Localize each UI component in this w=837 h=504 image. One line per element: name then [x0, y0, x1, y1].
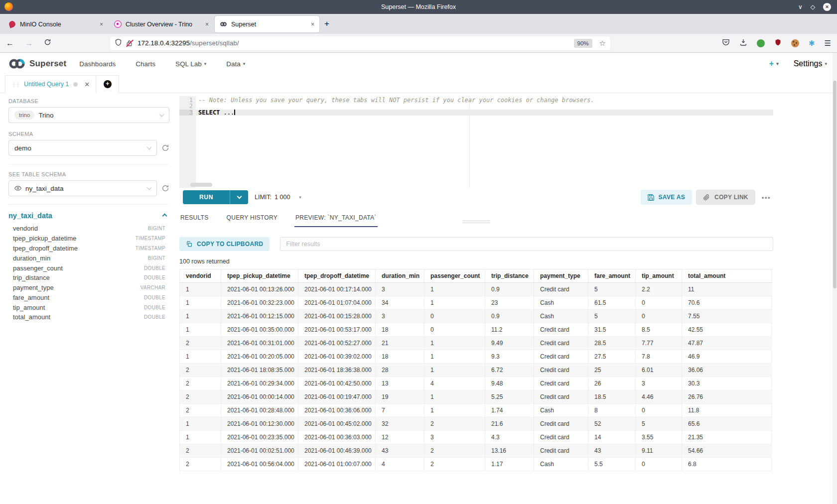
shield-icon[interactable] [115, 38, 122, 48]
column-item[interactable]: duration_minBIGINT [8, 253, 169, 263]
superset-logo[interactable]: Superset [8, 58, 66, 70]
tab-close-icon[interactable]: × [100, 21, 103, 28]
url-bar[interactable]: 172.18.0.4:32295/superset/sqllab/ 90% ☆ [110, 36, 610, 50]
column-item[interactable]: tip_amountDOUBLE [8, 302, 169, 312]
tab-close-icon[interactable]: × [205, 21, 209, 28]
copy-to-clipboard-button[interactable]: COPY TO CLIPBOARD [179, 237, 270, 251]
window-maximize-icon[interactable]: ◇ [811, 3, 815, 10]
table-row[interactable]: 22021-06-01 00:56:04.0002021-06-01 01:00… [180, 458, 771, 471]
table-row[interactable]: 22021-06-01 18:08:35.0002021-06-01 18:36… [180, 364, 771, 377]
table-row[interactable]: 12021-06-01 00:35:00.0002021-06-01 00:53… [180, 323, 771, 337]
cell: 18 [376, 350, 424, 364]
sql-editor[interactable]: 1 2 3 -- Note: Unless you save your quer… [179, 96, 773, 188]
header-cell[interactable]: vendorid [180, 269, 221, 283]
column-item[interactable]: passenger_countDOUBLE [8, 263, 169, 273]
tab-results[interactable]: RESULTS [179, 213, 210, 227]
schema-select[interactable]: demo [8, 140, 157, 156]
cell: 7.55 [682, 310, 772, 323]
tab-query-history[interactable]: QUERY HISTORY [226, 213, 279, 227]
menu-icon[interactable]: ☰ [825, 39, 831, 48]
table-row[interactable]: 12021-06-01 00:12:15.0002021-06-01 00:15… [180, 310, 771, 323]
pocket-icon[interactable] [722, 38, 730, 48]
url-text[interactable]: 172.18.0.4:32295/superset/sqllab/ [138, 39, 239, 47]
header-cell[interactable]: fare_amount [588, 269, 636, 283]
table-row[interactable]: 12021-06-01 00:20:05.0002021-06-01 00:39… [180, 350, 771, 364]
column-item[interactable]: vendoridBIGINT [8, 224, 169, 234]
save-as-button[interactable]: SAVE AS [641, 190, 692, 205]
header-cell[interactable]: trip_distance [485, 269, 534, 283]
lock-insecure-icon[interactable] [126, 40, 134, 47]
nav-dashboards[interactable]: Dashboards [79, 60, 116, 68]
table-select[interactable]: ny_taxi_data [8, 180, 157, 196]
more-actions-button[interactable]: ••• [759, 194, 773, 201]
nav-data[interactable]: Data▾ [226, 60, 245, 68]
reload-icon[interactable] [44, 38, 51, 48]
chevron-up-icon[interactable] [162, 213, 167, 218]
limit-dropdown[interactable]: LIMIT: 1 000 ▾ [255, 194, 301, 201]
downloads-icon[interactable] [739, 38, 747, 48]
zoom-level-badge[interactable]: 90% [574, 39, 592, 48]
copy-link-button[interactable]: COPY LINK [696, 190, 755, 205]
tab-close-icon[interactable]: × [311, 21, 314, 28]
column-item[interactable]: tpep_pickup_datetimeTIMESTAMP [8, 234, 169, 244]
tab-preview[interactable]: PREVIEW: `NY_TAXI_DATA` [294, 213, 378, 227]
table-row[interactable]: 22021-06-01 00:28:48.0002021-06-01 00:36… [180, 404, 771, 417]
header-cell[interactable]: tip_amount [636, 269, 682, 283]
window-close-icon[interactable]: ✕ [823, 3, 831, 11]
refresh-table-icon[interactable] [161, 184, 169, 192]
table-row[interactable]: 22021-06-01 00:31:01.0002021-06-01 00:52… [180, 337, 771, 350]
container-icon[interactable]: ✱ [809, 39, 815, 48]
table-row[interactable]: 12021-06-01 00:32:23.0002021-06-01 01:07… [180, 296, 771, 310]
header-cell[interactable]: payment_type [534, 269, 588, 283]
new-tab-button[interactable]: + [320, 16, 334, 31]
header-cell[interactable]: tpep_pickup_datetime [221, 269, 298, 283]
settings-menu[interactable]: Settings▾ [794, 59, 827, 68]
table-schema-header[interactable]: ny_taxi_data [8, 212, 169, 220]
cell: 5 [588, 310, 636, 323]
cell: 27.5 [588, 350, 636, 364]
header-cell[interactable]: total_amount [682, 269, 772, 283]
browser-tab-minio[interactable]: MinIO Console × [3, 16, 108, 32]
editor-hscrollbar[interactable] [190, 183, 212, 187]
browser-tab-superset[interactable]: Superset × [215, 16, 319, 32]
query-tab[interactable]: ⋮⋮ Untitled Query 1 ✕ [5, 75, 96, 93]
refresh-schema-icon[interactable] [161, 144, 169, 152]
column-item[interactable]: total_amountDOUBLE [8, 312, 169, 322]
filter-results-input[interactable] [280, 237, 773, 251]
cell: 0 [636, 458, 682, 471]
run-label[interactable]: RUN [183, 190, 230, 204]
bookmark-star-icon[interactable]: ☆ [599, 39, 606, 48]
pane-resize-handle[interactable] [463, 221, 490, 225]
new-item-button[interactable]: +▾ [769, 59, 779, 68]
database-select[interactable]: trino Trino [8, 107, 169, 123]
nav-sql-lab[interactable]: SQL Lab▾ [175, 60, 206, 68]
run-dropdown-button[interactable] [230, 190, 248, 204]
header-cell[interactable]: tpep_dropoff_datetime [298, 269, 376, 283]
back-icon[interactable]: ← [6, 39, 14, 48]
run-button[interactable]: RUN [183, 190, 248, 204]
table-row[interactable]: 22021-06-01 00:02:51.0002021-06-01 00:46… [180, 444, 771, 458]
scrollbar-thumb[interactable] [833, 81, 837, 288]
column-item[interactable]: fare_amountDOUBLE [8, 292, 169, 302]
column-item[interactable]: tpep_dropoff_datetimeTIMESTAMP [8, 244, 169, 253]
drag-handle-icon[interactable]: ⋮⋮ [11, 82, 19, 87]
column-item[interactable]: trip_distanceDOUBLE [8, 273, 169, 283]
page-scrollbar[interactable] [833, 53, 837, 504]
query-tab-close-icon[interactable]: ✕ [84, 81, 90, 88]
table-row[interactable]: 12021-06-01 00:12:30.0002021-06-01 00:45… [180, 417, 771, 431]
table-row[interactable]: 22021-06-01 00:29:34.0002021-06-01 00:42… [180, 377, 771, 390]
nav-charts[interactable]: Charts [136, 60, 155, 68]
header-cell[interactable]: duration_min [376, 269, 424, 283]
window-minimize-icon[interactable]: ∨ [798, 3, 803, 10]
editor-code-area[interactable]: -- Note: Unless you save your query, the… [196, 96, 773, 188]
privacy-badger-icon[interactable] [757, 39, 765, 47]
table-row[interactable]: 12021-06-01 00:23:35.0002021-06-01 00:36… [180, 431, 771, 444]
column-item[interactable]: payment_typeVARCHAR [8, 283, 169, 293]
browser-tab-trino[interactable]: Cluster Overview - Trino × [109, 16, 214, 32]
header-cell[interactable]: passenger_count [424, 269, 485, 283]
table-row[interactable]: 12021-06-01 00:13:26.0002021-06-01 00:17… [180, 283, 771, 296]
ublock-icon[interactable] [774, 38, 782, 48]
cookie-icon[interactable] [791, 39, 799, 47]
table-row[interactable]: 22021-06-01 00:00:14.0002021-06-01 00:19… [180, 390, 771, 404]
add-query-tab-button[interactable]: + [96, 75, 119, 93]
